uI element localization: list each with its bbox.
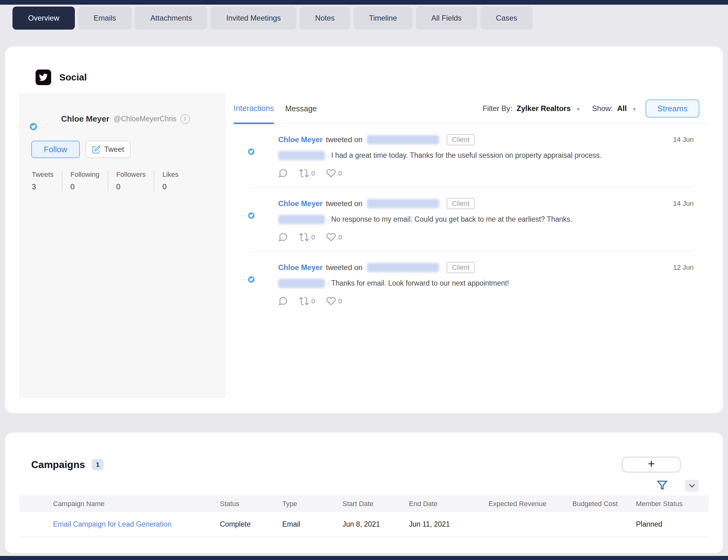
add-campaign-button[interactable]: + (622, 457, 681, 472)
tab-timeline[interactable]: Timeline (353, 7, 413, 30)
show-dropdown[interactable]: All (617, 104, 627, 113)
separator-dot: · (327, 216, 329, 224)
record-tab-bar: Overview Emails Attachments Invited Meet… (0, 5, 728, 30)
collapse-section-button[interactable] (685, 480, 699, 492)
campaign-name-link[interactable]: Email Campaign for Lead Generation (53, 520, 172, 528)
profile-name: Chloe Meyer (61, 114, 109, 124)
cell-end-date: Jun 11, 2021 (409, 520, 488, 528)
twitter-profile-panel: Chloe Meyer @ChloeMeyerChris i Follow Tw… (20, 94, 225, 397)
cell-start-date: Jun 8, 2021 (342, 520, 409, 528)
tweet-item: Chloe Meyer tweeted on Client 14 Jun · N… (249, 188, 694, 252)
tweet-text: Thanks for email. Look forward to our ne… (331, 279, 509, 288)
stat-likes: Likes 0 (154, 171, 187, 191)
twitter-badge-icon (247, 148, 255, 156)
avatar (249, 134, 270, 155)
tweet-author-link[interactable]: Chloe Meyer (278, 199, 323, 208)
redacted-handle (278, 151, 325, 160)
stat-followers: Followers 0 (108, 171, 154, 191)
column-header-start-date[interactable]: Start Date (342, 500, 409, 508)
like-heart-icon[interactable] (326, 232, 336, 242)
show-label: Show: (592, 104, 613, 113)
column-header-end-date[interactable]: End Date (409, 500, 488, 508)
tweet-date: 14 Jun (673, 136, 694, 144)
campaigns-count-badge: 1 (92, 459, 104, 470)
caret-down-icon[interactable]: ▾ (633, 106, 636, 113)
stat-label: Following (70, 171, 99, 179)
chevron-down-icon (689, 482, 695, 487)
tweet-item: Chloe Meyer tweeted on Client 12 Jun · T… (249, 252, 694, 315)
tweet-button[interactable]: Tweet (85, 141, 131, 158)
column-header-status[interactable]: Status (220, 500, 282, 508)
social-section-title: Social (59, 72, 87, 83)
tab-cases[interactable]: Cases (480, 7, 533, 30)
table-header-row: Campaign Name Status Type Start Date End… (19, 495, 709, 512)
redacted-handle (367, 263, 439, 272)
twitter-icon (36, 70, 51, 85)
cell-member-status: Planned (636, 520, 709, 528)
column-header-campaign-name[interactable]: Campaign Name (19, 500, 220, 508)
tab-interactions[interactable]: Interactions (234, 94, 274, 124)
table-row: Email Campaign for Lead Generation Compl… (19, 512, 709, 537)
profile-handle: @ChloeMeyerChris (114, 115, 177, 123)
tab-attachments[interactable]: Attachments (135, 7, 207, 30)
tweet-action-text: tweeted on (326, 263, 362, 272)
filter-by-dropdown[interactable]: Zylker Realtors (517, 104, 570, 113)
column-header-budgeted-cost[interactable]: Budgeted Cost (572, 500, 636, 508)
campaigns-table: Campaign Name Status Type Start Date End… (19, 495, 709, 537)
like-count: 0 (338, 170, 342, 177)
like-heart-icon[interactable] (326, 296, 336, 306)
stat-value: 0 (163, 183, 178, 191)
retweet-count: 0 (311, 170, 315, 177)
client-badge: Client (447, 198, 475, 209)
separator-dot: · (327, 152, 329, 160)
social-section-card: Social Chloe Meyer @ChloeMeyerChris i Fo… (5, 46, 723, 413)
tweet-action-text: tweeted on (326, 135, 362, 144)
retweet-icon[interactable] (299, 296, 309, 306)
tweet-text: No response to my email. Could you get b… (331, 215, 572, 224)
redacted-handle (367, 199, 439, 208)
column-header-type[interactable]: Type (282, 500, 342, 508)
cell-type: Email (282, 520, 342, 528)
stat-following: Following 0 (62, 171, 108, 191)
reply-icon[interactable] (278, 168, 288, 178)
stat-label: Tweets (32, 171, 54, 179)
stat-value: 0 (70, 183, 99, 191)
client-badge: Client (447, 262, 475, 273)
tweet-text: I had a great time today. Thanks for the… (331, 151, 602, 160)
reply-icon[interactable] (278, 296, 288, 306)
tab-message[interactable]: Message (285, 94, 317, 124)
tab-emails[interactable]: Emails (78, 7, 132, 30)
retweet-count: 0 (311, 234, 315, 241)
follow-button[interactable]: Follow (31, 141, 80, 158)
cell-status: Complete (220, 520, 282, 528)
filter-by-label: Filter By: (483, 104, 512, 113)
retweet-icon[interactable] (299, 232, 309, 242)
caret-down-icon[interactable]: ▾ (577, 106, 580, 113)
column-header-member-status[interactable]: Member Status (636, 500, 709, 508)
top-navigation-bar (0, 0, 728, 5)
tab-invited-meetings[interactable]: Invited Meetings (211, 7, 296, 30)
tweet-date: 12 Jun (673, 264, 694, 272)
redacted-handle (278, 215, 325, 224)
avatar (31, 108, 54, 130)
retweet-count: 0 (311, 297, 315, 305)
plus-icon: + (648, 458, 655, 470)
filter-funnel-icon[interactable] (657, 480, 667, 492)
stat-label: Likes (163, 171, 178, 179)
redacted-handle (367, 135, 439, 144)
twitter-badge-icon (29, 122, 38, 131)
streams-button[interactable]: Streams (646, 100, 699, 118)
stat-label: Followers (116, 171, 146, 179)
tweet-author-link[interactable]: Chloe Meyer (278, 135, 323, 144)
tab-all-fields[interactable]: All Fields (416, 7, 477, 30)
info-icon[interactable]: i (180, 114, 190, 124)
column-header-expected-revenue[interactable]: Expected Revenue (488, 500, 572, 508)
tab-notes[interactable]: Notes (299, 7, 350, 30)
reply-icon[interactable] (278, 232, 288, 242)
tweet-author-link[interactable]: Chloe Meyer (278, 263, 323, 272)
retweet-icon[interactable] (299, 168, 309, 178)
avatar (249, 262, 270, 283)
stat-value: 3 (32, 183, 54, 191)
tab-overview[interactable]: Overview (12, 7, 75, 30)
like-heart-icon[interactable] (326, 168, 336, 178)
